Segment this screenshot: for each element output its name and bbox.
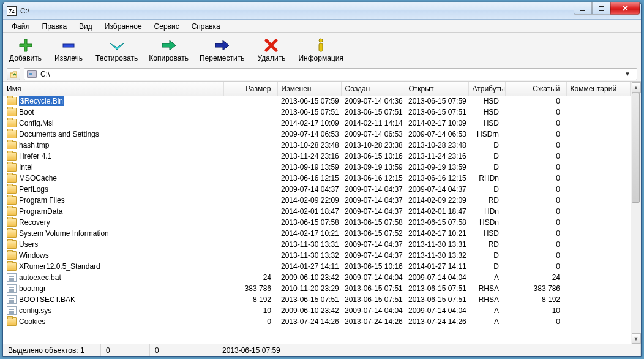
row-comment (566, 316, 631, 327)
table-row[interactable]: Users2013-11-30 13:312009-07-14 04:37201… (3, 239, 631, 250)
table-row[interactable]: $Recycle.Bin2013-06-15 07:592009-07-14 0… (3, 96, 631, 107)
row-comment (566, 151, 631, 162)
row-created: 2013-06-15 10:16 (341, 151, 405, 162)
file-list[interactable]: Имя Размер Изменен Создан Открыт Атрибут… (3, 82, 631, 344)
col-comment[interactable]: Комментарий (566, 82, 631, 96)
menu-file[interactable]: Файл (6, 20, 36, 32)
col-attrs[interactable]: Атрибуты (468, 82, 505, 96)
scrollbar-track[interactable] (631, 93, 641, 333)
row-size: 0 (223, 316, 277, 327)
move-button[interactable]: Переместить (200, 37, 245, 62)
title-bar[interactable]: 7z C:\ ✕ (3, 2, 641, 20)
check-icon (109, 37, 125, 54)
test-button[interactable]: Тестировать (95, 37, 138, 62)
row-opened: 2009-07-14 04:04 (405, 272, 468, 283)
copy-button[interactable]: Копировать (149, 37, 189, 62)
scroll-down-icon[interactable]: ▼ (632, 333, 641, 344)
address-path[interactable]: C:\ ▼ (24, 68, 637, 80)
address-dropdown-icon[interactable]: ▼ (624, 70, 634, 77)
main-window: 7z C:\ ✕ Файл Правка Вид Избранное Серви… (2, 2, 642, 357)
maximize-icon (599, 6, 604, 11)
table-row[interactable]: Program Files2014-02-09 22:092009-07-14 … (3, 195, 631, 206)
arrow-right-green-icon (161, 37, 177, 54)
folder-icon (7, 152, 17, 161)
scroll-up-icon[interactable]: ▲ (632, 82, 641, 93)
scrollbar-thumb[interactable] (632, 93, 640, 203)
row-created: 2009-07-14 04:37 (341, 184, 405, 195)
row-name: PerfLogs (19, 185, 48, 194)
col-packed[interactable]: Сжатый (505, 82, 566, 96)
col-size[interactable]: Размер (223, 82, 277, 96)
row-created: 2013-09-19 13:59 (341, 162, 405, 173)
row-size (223, 217, 277, 228)
folder-icon (7, 185, 17, 194)
table-row[interactable]: BOOTSECT.BAK8 1922013-06-15 07:512013-06… (3, 294, 631, 305)
row-name: ProgramData (19, 207, 62, 216)
table-row[interactable]: Intel2013-09-19 13:592013-09-19 13:59201… (3, 162, 631, 173)
col-name[interactable]: Имя (3, 82, 223, 96)
menu-edit[interactable]: Правка (36, 20, 73, 32)
plus-icon (18, 37, 33, 54)
row-attrs: A (468, 272, 505, 283)
folder-icon (7, 130, 17, 138)
delete-button[interactable]: Удалить (255, 37, 287, 62)
row-attrs: D (468, 151, 505, 162)
row-attrs: A (468, 305, 505, 316)
row-comment (566, 228, 631, 239)
folder-icon (7, 97, 17, 105)
table-row[interactable]: Cookies02013-07-24 14:262013-07-24 14:26… (3, 316, 631, 327)
table-row[interactable]: bootmgr383 7862010-11-20 23:292013-06-15… (3, 283, 631, 294)
file-icon (7, 295, 17, 304)
folder-icon (7, 262, 17, 271)
status-cell-1: 0 (101, 344, 150, 356)
row-size (223, 129, 277, 140)
table-row[interactable]: System Volume Information2014-02-17 10:2… (3, 228, 631, 239)
app-icon: 7z (7, 6, 17, 16)
table-row[interactable]: Windows2013-11-30 13:322009-07-14 04:372… (3, 250, 631, 261)
row-name: Documents and Settings (19, 130, 99, 138)
table-row[interactable]: Recovery2013-06-15 07:582013-06-15 07:58… (3, 217, 631, 228)
col-modified[interactable]: Изменен (277, 82, 341, 96)
row-packed: 0 (505, 250, 566, 261)
col-created[interactable]: Создан (341, 82, 405, 96)
menu-view[interactable]: Вид (73, 20, 99, 32)
table-row[interactable]: ProgramData2014-02-01 18:472009-07-14 04… (3, 206, 631, 217)
table-row[interactable]: Hrefer 4.12013-11-24 23:162013-06-15 10:… (3, 151, 631, 162)
row-comment (566, 250, 631, 261)
status-bar: Выделено объектов: 1 0 0 2013-06-15 07:5… (3, 344, 641, 356)
row-packed: 24 (505, 272, 566, 283)
table-row[interactable]: config.sys102009-06-10 23:422009-07-14 0… (3, 305, 631, 316)
table-row[interactable]: XRumer12.0.5_Standard2014-01-27 14:11201… (3, 261, 631, 272)
row-modified: 2013-06-15 07:59 (277, 96, 341, 107)
row-modified: 2009-06-10 23:42 (277, 305, 341, 316)
table-row[interactable]: autoexec.bat242009-06-10 23:422009-07-14… (3, 272, 631, 283)
table-row[interactable]: MSOCache2013-06-16 12:152013-06-16 12:15… (3, 173, 631, 184)
minimize-button[interactable] (574, 2, 592, 15)
table-row[interactable]: Config.Msi2014-02-17 10:092014-02-11 14:… (3, 118, 631, 129)
table-row[interactable]: hash.tmp2013-10-28 23:482013-10-28 23:38… (3, 140, 631, 151)
table-row[interactable]: Documents and Settings2009-07-14 06:5320… (3, 129, 631, 140)
row-modified: 2014-02-01 18:47 (277, 206, 341, 217)
menu-service[interactable]: Сервис (148, 20, 185, 32)
svg-rect-0 (63, 44, 74, 47)
add-button[interactable]: Добавить (9, 37, 42, 62)
extract-button[interactable]: Извлечь (53, 37, 84, 62)
row-attrs: RHDn (468, 173, 505, 184)
vertical-scrollbar[interactable]: ▲ ▼ (631, 82, 641, 344)
row-opened: 2013-06-15 07:51 (405, 283, 468, 294)
info-button[interactable]: Информация (298, 37, 343, 62)
test-label: Тестировать (95, 54, 138, 62)
col-opened[interactable]: Открыт (405, 82, 468, 96)
row-created: 2009-07-14 04:37 (341, 206, 405, 217)
row-comment (566, 140, 631, 151)
table-row[interactable]: PerfLogs2009-07-14 04:372009-07-14 04:37… (3, 184, 631, 195)
table-row[interactable]: Boot2013-06-15 07:512013-06-15 07:512013… (3, 107, 631, 118)
close-button[interactable]: ✕ (610, 2, 640, 15)
maximize-button[interactable] (592, 2, 610, 15)
menu-help[interactable]: Справка (185, 20, 227, 32)
row-name: MSOCache (19, 174, 57, 183)
up-button[interactable] (7, 68, 20, 80)
row-size (223, 173, 277, 184)
row-packed: 0 (505, 162, 566, 173)
menu-favorites[interactable]: Избранное (99, 20, 148, 32)
